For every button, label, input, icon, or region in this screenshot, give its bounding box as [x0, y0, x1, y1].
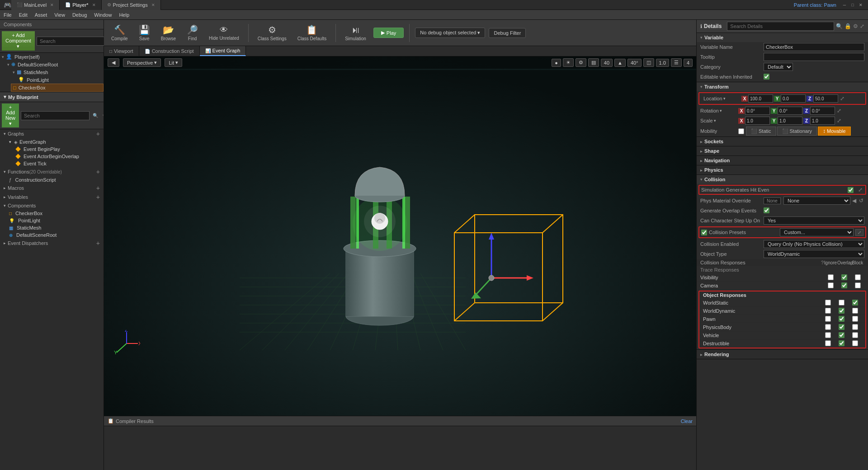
rotation-x-input[interactable] [745, 107, 770, 115]
play-button[interactable]: ▶ Play [373, 28, 404, 38]
functions-add-btn[interactable]: + [96, 169, 100, 175]
tab-close-player[interactable]: ✕ [92, 3, 96, 7]
camera-overlap-cb[interactable] [841, 282, 847, 288]
tab-construction-script[interactable]: 📄 Construction Script [139, 46, 200, 56]
collision-presets-checkbox[interactable] [701, 230, 707, 235]
tab-viewport[interactable]: □ Viewport [104, 46, 139, 56]
graphs-section-header[interactable]: ▾ Graphs + [0, 129, 104, 138]
visibility-overlap-cb[interactable] [841, 274, 847, 280]
bp-comp-pointlight[interactable]: 💡 PointLight [0, 217, 104, 224]
phys-material-refresh-btn[interactable]: ↺ [858, 197, 864, 204]
tab-player[interactable]: 📄 Player* ✕ [60, 0, 101, 10]
perspective-button[interactable]: Perspective ▾ [123, 58, 161, 67]
viewport-back-button[interactable]: ◀ [108, 58, 119, 67]
camera-block-cb[interactable] [855, 282, 861, 288]
debug-filter-button[interactable]: Debug Filter [489, 28, 526, 38]
blueprint-eye-btn[interactable]: 👁 [101, 113, 104, 118]
tree-item-staticmesh[interactable]: ▾ ▦ StaticMesh [11, 68, 104, 76]
location-y-input[interactable] [781, 94, 806, 103]
bp-comp-checkerbox[interactable]: □ CheckerBox [0, 210, 104, 217]
rendering-header[interactable]: ▸ Rendering [697, 350, 868, 359]
destructible-overlap-cb[interactable] [839, 340, 844, 346]
variables-add-btn[interactable]: + [96, 194, 100, 200]
vp-sphere-btn[interactable]: ● [552, 59, 561, 67]
add-new-button[interactable]: + Add New ▾ [2, 103, 19, 127]
vp-light-btn[interactable]: ☀ [563, 58, 574, 67]
graphs-add-btn[interactable]: + [96, 131, 100, 137]
vp-speed-btn[interactable]: 40 [601, 59, 613, 67]
phys-material-left-btn[interactable]: ◀ [851, 197, 857, 204]
camera-ignore-cb[interactable] [828, 282, 834, 288]
details-search-icon[interactable]: 🔍 [836, 23, 843, 29]
bp-components-section-header[interactable]: ▾ Components [0, 202, 104, 210]
hide-unrelated-button[interactable]: 👁 Hide Unrelated [205, 24, 243, 42]
transform-section-header[interactable]: ▾ Transform [697, 82, 868, 91]
maximize-button[interactable]: □ [849, 1, 856, 9]
collision-presets-expand-btn[interactable]: ⤢ [855, 229, 863, 236]
destructible-block-cb[interactable] [852, 340, 858, 346]
phys-material-select[interactable]: None [783, 197, 850, 205]
menu-window[interactable]: Window [90, 10, 115, 20]
vehicle-ignore-cb[interactable] [825, 332, 831, 338]
mobility-movable-btn[interactable]: ↕ Movable [818, 127, 851, 136]
lit-button[interactable]: Lit ▾ [165, 58, 182, 67]
details-expand-icon[interactable]: ⤢ [860, 23, 864, 29]
debug-object-button[interactable]: No debug object selected ▾ [415, 28, 485, 38]
variable-section-header[interactable]: ▾ Variable [697, 33, 868, 42]
compile-button[interactable]: 🔨 Compile [108, 23, 132, 43]
menu-debug[interactable]: Debug [69, 10, 90, 20]
compiler-clear-button[interactable]: Clear [681, 418, 693, 424]
scale-label[interactable]: Scale ▾ [700, 118, 736, 123]
close-button[interactable]: ✕ [857, 1, 864, 9]
worldstatic-block-cb[interactable] [852, 300, 858, 306]
components-search-input[interactable] [37, 37, 105, 46]
mobility-stationary-btn[interactable]: ⬛ Stationary [777, 127, 817, 136]
pawn-block-cb[interactable] [852, 316, 858, 322]
save-button[interactable]: 💾 Save [135, 23, 154, 43]
visibility-block-cb[interactable] [855, 274, 861, 280]
physicsbody-overlap-cb[interactable] [839, 324, 844, 330]
worlddynamic-ignore-cb[interactable] [825, 308, 831, 314]
collision-section-header[interactable]: ▾ Collision [697, 175, 868, 184]
location-x-input[interactable] [748, 94, 773, 103]
destructible-ignore-cb[interactable] [825, 340, 831, 346]
shape-header[interactable]: ▸ Shape [697, 146, 868, 156]
worldstatic-overlap-cb[interactable] [839, 300, 844, 306]
category-select[interactable]: Default [764, 63, 793, 71]
event-dispatchers-add-btn[interactable]: + [96, 240, 100, 246]
menu-view[interactable]: View [51, 10, 69, 20]
tree-item-defaultsceneroot[interactable]: ▾ ⊕ DefaultSceneRoot [5, 61, 104, 68]
menu-edit[interactable]: Edit [15, 10, 31, 20]
location-label[interactable]: Location ▾ [703, 96, 740, 101]
menu-file[interactable]: File [0, 10, 15, 20]
tree-item-player[interactable]: ▾ 👤 Player(self) [0, 53, 104, 61]
minimize-button[interactable]: ─ [841, 1, 848, 9]
physicsbody-ignore-cb[interactable] [825, 324, 831, 330]
bp-item-eventgraph[interactable]: ▾ ◈ EventGraph [0, 138, 104, 146]
phys-material-none-btn[interactable]: None [764, 197, 781, 204]
vp-screen-btn[interactable]: ◫ [643, 58, 654, 67]
location-z-input[interactable] [813, 94, 838, 103]
blueprint-search-btn[interactable]: 🔍 [91, 113, 99, 118]
physics-header[interactable]: ▸ Physics [697, 165, 868, 175]
location-expand-btn[interactable]: ⤢ [839, 94, 845, 103]
worlddynamic-block-cb[interactable] [852, 308, 858, 314]
overlap-events-checkbox[interactable] [764, 207, 769, 213]
scale-y-input[interactable] [778, 117, 802, 125]
bp-comp-staticmesh[interactable]: ▦ StaticMesh [0, 224, 104, 231]
editable-checkbox[interactable] [764, 74, 769, 80]
tab-close-mainlevel[interactable]: ✕ [50, 3, 54, 7]
variable-name-input[interactable] [764, 43, 864, 51]
object-type-select[interactable]: WorldDynamic [764, 250, 864, 258]
sockets-header[interactable]: ▸ Sockets [697, 137, 868, 146]
sim-hit-checkbox[interactable] [848, 187, 854, 193]
collision-presets-select[interactable]: Custom... [780, 228, 854, 236]
vp-angle-val-btn[interactable]: 40° [627, 59, 642, 67]
vp-angle-btn[interactable]: ▲ [614, 59, 626, 67]
scale-expand-btn[interactable]: ⤢ [836, 117, 842, 125]
bp-item-actoroverlap[interactable]: Event ActorBeginOverlap [0, 153, 104, 160]
menu-asset[interactable]: Asset [31, 10, 51, 20]
rotation-expand-btn[interactable]: ⤢ [836, 107, 842, 115]
find-button[interactable]: 🔎 Find [183, 23, 202, 43]
macros-add-btn[interactable]: + [96, 185, 100, 191]
